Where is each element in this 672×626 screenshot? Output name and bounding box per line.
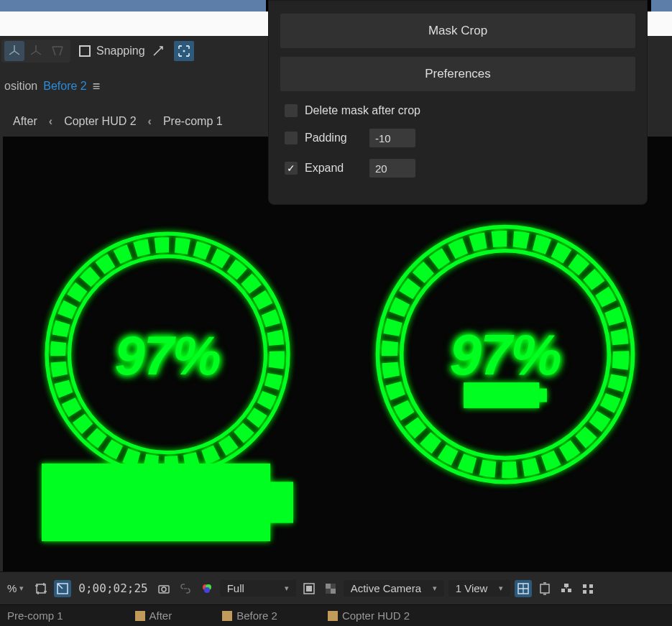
svg-rect-20 xyxy=(331,589,336,594)
color-swatch-icon xyxy=(135,611,145,621)
mask-visibility-button[interactable] xyxy=(300,580,318,597)
svg-point-13 xyxy=(162,587,166,592)
preferences-button[interactable]: Preferences xyxy=(280,57,635,91)
expand-input[interactable]: 20 xyxy=(369,159,415,178)
current-timecode[interactable]: 0;00;02;25 xyxy=(75,581,150,595)
svg-rect-28 xyxy=(583,584,586,588)
zoom-dropdown[interactable]: % ▾ xyxy=(3,582,28,594)
padding-row: Padding -10 xyxy=(280,127,635,149)
mask-crop-panel: Mask Crop Preferences Delete mask after … xyxy=(268,0,648,205)
angle-icon xyxy=(151,44,165,58)
crop-icon xyxy=(34,581,48,596)
caret-down-icon: ▾ xyxy=(433,584,437,593)
hud-gauge-left: 97% xyxy=(42,229,293,480)
svg-rect-31 xyxy=(589,590,593,594)
svg-rect-24 xyxy=(540,584,549,593)
crop-button[interactable] xyxy=(32,580,50,597)
delete-mask-label: Delete mask after crop xyxy=(305,104,420,117)
timeline-tab[interactable]: Before 2 xyxy=(222,609,277,622)
battery-icon xyxy=(42,377,293,571)
composition-prefix: osition xyxy=(4,80,37,93)
padding-checkbox[interactable] xyxy=(285,132,298,144)
padding-input[interactable]: -10 xyxy=(369,129,415,147)
hud-gauge-right: 97% xyxy=(372,221,638,487)
guides-button[interactable] xyxy=(515,580,532,597)
resolution-dropdown[interactable]: Full ▾ xyxy=(220,580,296,597)
mask-icon xyxy=(302,581,316,596)
caret-down-icon: ▾ xyxy=(499,584,503,593)
svg-point-16 xyxy=(204,587,210,593)
expand-checkbox[interactable] xyxy=(285,162,298,175)
delete-mask-row: Delete mask after crop xyxy=(280,103,635,119)
timeline-tabs: Pre-comp 1 After Before 2 Copter HUD 2 xyxy=(0,604,672,626)
snapshot-button[interactable] xyxy=(155,580,172,597)
active-composition-name[interactable]: Before 2 xyxy=(43,80,86,93)
breadcrumb-item[interactable]: Pre-comp 1 xyxy=(159,112,227,131)
expand-row: Expand 20 xyxy=(280,157,635,179)
svg-rect-27 xyxy=(564,584,569,587)
region-of-interest-button[interactable] xyxy=(54,580,71,597)
svg-rect-5 xyxy=(270,482,293,523)
timeline-tab-label: Pre-comp 1 xyxy=(7,609,63,622)
flowchart-icon xyxy=(559,581,574,596)
svg-rect-21 xyxy=(331,584,336,589)
axis-view-button[interactable] xyxy=(47,41,68,61)
camera-dropdown[interactable]: Active Camera ▾ xyxy=(344,580,444,597)
timeline-tab[interactable]: Copter HUD 2 xyxy=(328,609,410,622)
resolution-value: Full xyxy=(227,582,244,594)
svg-rect-22 xyxy=(326,589,331,594)
snapping-checkbox-icon xyxy=(79,45,91,57)
axis-local-button[interactable] xyxy=(4,41,24,61)
timeline-tab[interactable]: After xyxy=(135,609,172,622)
mask-crop-label: Mask Crop xyxy=(428,24,487,38)
caret-down-icon: ▾ xyxy=(285,584,289,593)
axis-icon xyxy=(29,44,43,58)
link-icon xyxy=(178,581,193,596)
chevron-left-icon: ‹ xyxy=(49,115,52,128)
flowchart-button[interactable] xyxy=(558,580,575,597)
anchor-icon xyxy=(50,44,65,58)
delete-mask-checkbox[interactable] xyxy=(285,104,298,117)
breadcrumb-item[interactable]: After xyxy=(9,112,42,131)
reveal-comp-button[interactable] xyxy=(579,580,597,597)
svg-point-0 xyxy=(183,50,185,52)
region-icon xyxy=(55,581,70,596)
breadcrumb-item[interactable]: Copter HUD 2 xyxy=(60,112,140,131)
viewer-controls-bar: % ▾ 0;00;02;25 Full ▾ Active Camera ▾ 1 … xyxy=(0,571,672,604)
transparency-grid-button[interactable] xyxy=(322,580,339,597)
viewport-gutter xyxy=(0,137,3,571)
axis-icon xyxy=(7,44,22,58)
color-swatch-icon xyxy=(222,611,232,621)
padding-label: Padding xyxy=(305,132,349,144)
axis-tool-group xyxy=(1,40,70,63)
preferences-label: Preferences xyxy=(425,67,491,81)
caret-down-icon: ▾ xyxy=(19,584,24,593)
timeline-tab[interactable]: Pre-comp 1 xyxy=(7,609,63,622)
svg-rect-30 xyxy=(583,590,586,594)
timeline-tab-label: Copter HUD 2 xyxy=(342,609,410,622)
snapping-label: Snapping xyxy=(96,45,145,57)
view-count-value: 1 View xyxy=(456,582,488,594)
expand-grid-button[interactable] xyxy=(174,41,194,61)
aperture-icon xyxy=(200,581,214,596)
mask-crop-button[interactable]: Mask Crop xyxy=(280,14,635,48)
view-count-dropdown[interactable]: 1 View ▾ xyxy=(448,580,510,597)
hud-percent-text: 97% xyxy=(449,322,560,388)
svg-rect-18 xyxy=(306,586,312,592)
timeline-tab-label: Before 2 xyxy=(236,609,277,622)
axis-world-button[interactable] xyxy=(26,41,46,61)
snapping-toggle[interactable]: Snapping xyxy=(73,44,171,58)
reveal-icon xyxy=(581,581,595,596)
expand-label: Expand xyxy=(305,162,349,175)
title-bar-fragment-right xyxy=(651,0,672,11)
show-channel-button[interactable] xyxy=(177,580,194,597)
chevron-left-icon: ‹ xyxy=(148,115,152,128)
title-bar-fragment xyxy=(0,0,266,11)
svg-rect-9 xyxy=(464,382,539,408)
panel-menu-button[interactable]: ≡ xyxy=(93,79,101,94)
svg-rect-19 xyxy=(326,584,331,589)
comp-snap-button[interactable] xyxy=(536,580,553,597)
expand-grid-icon xyxy=(178,45,190,57)
snap-icon xyxy=(538,581,552,596)
color-management-button[interactable] xyxy=(198,580,216,597)
